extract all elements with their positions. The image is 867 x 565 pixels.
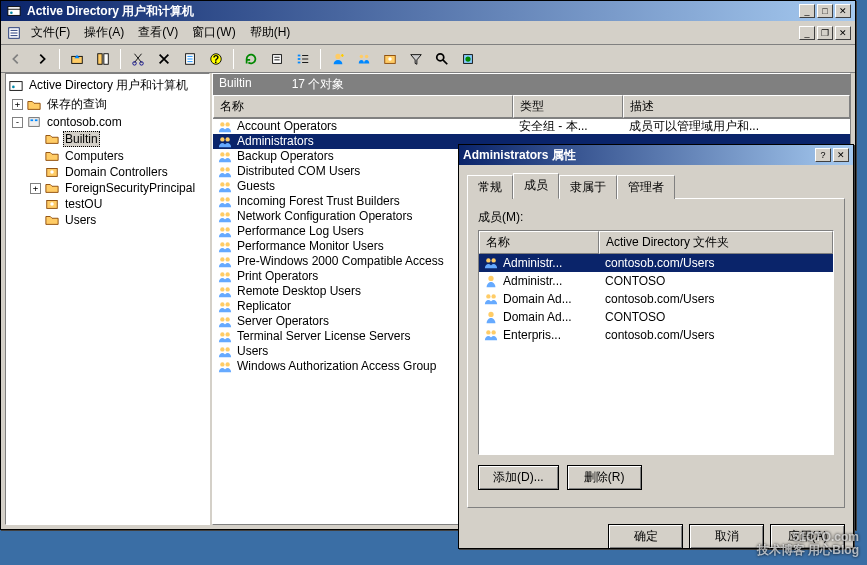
member-row[interactable]: Administr...contosob.com/Users bbox=[479, 254, 833, 272]
group-icon bbox=[217, 120, 233, 134]
mmc-icon bbox=[5, 26, 23, 40]
svg-point-71 bbox=[488, 312, 493, 317]
tab-general[interactable]: 常规 bbox=[467, 175, 513, 199]
member-icon bbox=[483, 328, 499, 342]
child-minimize-button[interactable]: _ bbox=[799, 26, 815, 40]
up-folder-button[interactable] bbox=[66, 48, 88, 70]
tab-members[interactable]: 成员 bbox=[513, 173, 559, 199]
maximize-button[interactable]: □ bbox=[817, 4, 833, 18]
tab-memberof[interactable]: 隶属于 bbox=[559, 175, 617, 199]
svg-point-55 bbox=[225, 287, 229, 291]
col-desc[interactable]: 描述 bbox=[623, 95, 850, 118]
tree-saved-queries[interactable]: + 保存的查询 bbox=[8, 95, 207, 114]
member-row[interactable]: Administr...CONTOSO bbox=[479, 272, 833, 290]
tree-domain[interactable]: - contosob.com bbox=[8, 114, 207, 130]
show-hide-tree-button[interactable] bbox=[92, 48, 114, 70]
forward-button[interactable] bbox=[31, 48, 53, 70]
tab-managedby[interactable]: 管理者 bbox=[617, 175, 675, 199]
refresh-button[interactable] bbox=[240, 48, 262, 70]
member-icon bbox=[483, 310, 499, 324]
close-button[interactable]: ✕ bbox=[835, 4, 851, 18]
svg-rect-13 bbox=[298, 58, 301, 60]
help-button[interactable]: ? bbox=[205, 48, 227, 70]
svg-point-32 bbox=[220, 122, 224, 126]
new-user-button[interactable] bbox=[327, 48, 349, 70]
list-header-bar: Builtin 17 个对象 bbox=[213, 74, 850, 95]
new-ou-button[interactable] bbox=[379, 48, 401, 70]
group-icon bbox=[217, 285, 233, 299]
app-icon bbox=[5, 4, 23, 18]
add-domain-button[interactable] bbox=[457, 48, 479, 70]
member-name: Domain Ad... bbox=[501, 309, 603, 325]
tree-item[interactable]: Domain Controllers bbox=[8, 164, 207, 180]
tree-panel[interactable]: Active Directory 用户和计算机 + 保存的查询 - contos… bbox=[5, 73, 210, 525]
find-button[interactable] bbox=[431, 48, 453, 70]
expander-plus-icon[interactable]: + bbox=[12, 99, 23, 110]
list-button[interactable] bbox=[292, 48, 314, 70]
svg-point-65 bbox=[225, 362, 229, 366]
group-icon bbox=[217, 300, 233, 314]
tree-item[interactable]: Builtin bbox=[8, 130, 207, 148]
svg-rect-14 bbox=[298, 61, 301, 63]
remove-button[interactable]: 删除(R) bbox=[567, 465, 642, 490]
svg-point-58 bbox=[220, 317, 224, 321]
menu-help[interactable]: 帮助(H) bbox=[244, 22, 297, 43]
dialog-close-button[interactable]: ✕ bbox=[833, 148, 849, 162]
delete-button[interactable] bbox=[153, 48, 175, 70]
domain-icon bbox=[26, 115, 42, 129]
tree-item[interactable]: +ForeignSecurityPrincipal bbox=[8, 180, 207, 196]
svg-text:?: ? bbox=[213, 52, 219, 64]
list-column-headers: 名称 类型 描述 bbox=[213, 95, 850, 119]
svg-point-45 bbox=[225, 212, 229, 216]
cut-button[interactable] bbox=[127, 48, 149, 70]
dialog-help-button[interactable]: ? bbox=[815, 148, 831, 162]
tree-root[interactable]: Active Directory 用户和计算机 bbox=[8, 76, 207, 95]
list-row[interactable]: Account Operators安全组 - 本...成员可以管理域用户和... bbox=[213, 119, 850, 134]
member-row[interactable]: Domain Ad...contosob.com/Users bbox=[479, 290, 833, 308]
svg-point-52 bbox=[220, 272, 224, 276]
menu-view[interactable]: 查看(V) bbox=[132, 22, 184, 43]
filter-button[interactable] bbox=[405, 48, 427, 70]
menu-action[interactable]: 操作(A) bbox=[78, 22, 130, 43]
folder-icon bbox=[44, 181, 60, 195]
tree-label: Builtin bbox=[63, 131, 100, 147]
ou-icon bbox=[44, 165, 60, 179]
add-button[interactable]: 添加(D)... bbox=[478, 465, 559, 490]
member-row[interactable]: Enterpris...contosob.com/Users bbox=[479, 326, 833, 344]
tree-item[interactable]: Computers bbox=[8, 148, 207, 164]
ok-button[interactable]: 确定 bbox=[608, 524, 683, 549]
back-button[interactable] bbox=[5, 48, 27, 70]
list-title: Builtin bbox=[219, 76, 252, 93]
svg-point-62 bbox=[220, 347, 224, 351]
svg-point-54 bbox=[220, 287, 224, 291]
properties-button[interactable] bbox=[179, 48, 201, 70]
main-window-controls: _ □ ✕ bbox=[799, 4, 851, 18]
col-type[interactable]: 类型 bbox=[513, 95, 623, 118]
menu-window[interactable]: 窗口(W) bbox=[186, 22, 241, 43]
member-name: Administr... bbox=[501, 255, 603, 271]
member-row[interactable]: Domain Ad...CONTOSO bbox=[479, 308, 833, 326]
svg-point-38 bbox=[220, 167, 224, 171]
list-count: 17 个对象 bbox=[292, 76, 345, 93]
cancel-button[interactable]: 取消 bbox=[689, 524, 764, 549]
expander-plus-icon[interactable]: + bbox=[30, 183, 41, 194]
member-name: Administr... bbox=[501, 273, 603, 289]
child-close-button[interactable]: ✕ bbox=[835, 26, 851, 40]
child-restore-button[interactable]: ❐ bbox=[817, 26, 833, 40]
svg-point-46 bbox=[220, 227, 224, 231]
col-name[interactable]: 名称 bbox=[213, 95, 513, 118]
tree-item[interactable]: Users bbox=[8, 212, 207, 228]
new-group-button[interactable] bbox=[353, 48, 375, 70]
minimize-button[interactable]: _ bbox=[799, 4, 815, 18]
members-list[interactable]: 名称 Active Directory 文件夹 Administr...cont… bbox=[478, 230, 834, 455]
members-col-folder[interactable]: Active Directory 文件夹 bbox=[599, 231, 833, 254]
members-body[interactable]: Administr...contosob.com/UsersAdministr.… bbox=[479, 254, 833, 344]
members-col-name[interactable]: 名称 bbox=[479, 231, 599, 254]
export-button[interactable] bbox=[266, 48, 288, 70]
expander-minus-icon[interactable]: - bbox=[12, 117, 23, 128]
separator bbox=[320, 49, 321, 69]
menu-file[interactable]: 文件(F) bbox=[25, 22, 76, 43]
tree-item[interactable]: testOU bbox=[8, 196, 207, 212]
svg-point-47 bbox=[225, 227, 229, 231]
group-icon bbox=[217, 360, 233, 374]
